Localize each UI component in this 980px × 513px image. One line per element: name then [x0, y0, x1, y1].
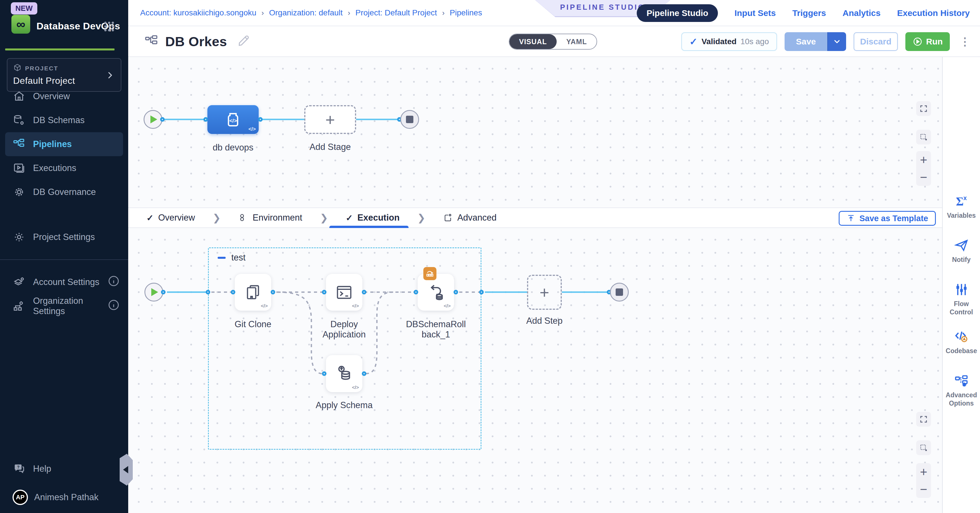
- avatar: AP: [13, 490, 28, 505]
- connector-port[interactable]: [414, 290, 418, 295]
- connector-port[interactable]: [322, 371, 326, 376]
- tool-notify[interactable]: Notify: [943, 238, 980, 264]
- tool-advanced-options[interactable]: Advanced Options: [943, 373, 980, 408]
- validated-label: Validated: [702, 37, 737, 46]
- collapse-group-icon[interactable]: [218, 257, 226, 259]
- pipeline-icon: [144, 34, 159, 49]
- execution-end-node[interactable]: [610, 283, 629, 301]
- save-button[interactable]: Save: [784, 32, 827, 51]
- step-node-git-clone[interactable]: </>: [235, 274, 271, 311]
- zoom-out-button[interactable]: −: [920, 171, 927, 183]
- sidebar-item-executions[interactable]: Executions: [0, 156, 128, 180]
- breadcrumb-account[interactable]: Account: kurosakiichigo.songoku: [140, 8, 256, 18]
- zoom-in-button[interactable]: +: [920, 466, 927, 478]
- tab-environment[interactable]: Environment: [236, 213, 305, 223]
- svg-text:</>: </>: [229, 118, 237, 123]
- sidebar-item-pipelines[interactable]: Pipelines: [5, 132, 123, 156]
- validated-status[interactable]: ✓ Validated 10s ago: [681, 32, 777, 51]
- fullscreen-button[interactable]: [916, 412, 931, 427]
- fullscreen-button[interactable]: [916, 101, 931, 116]
- zoom-controls: + −: [916, 151, 931, 186]
- executions-icon: [13, 162, 25, 175]
- save-as-template-button[interactable]: Save as Template: [839, 211, 936, 226]
- plus-icon: +: [325, 112, 335, 128]
- advanced-options-icon: [954, 373, 969, 388]
- connector-port[interactable]: [231, 290, 235, 295]
- more-options-icon[interactable]: ⋮: [957, 39, 973, 45]
- tab-pipeline-studio[interactable]: Pipeline Studio: [637, 4, 718, 22]
- pipeline-start-node[interactable]: [143, 110, 162, 129]
- tab-input-sets[interactable]: Input Sets: [735, 8, 776, 18]
- app-grid-icon[interactable]: [104, 22, 114, 31]
- connector-port[interactable]: [479, 290, 484, 295]
- run-button[interactable]: Run: [905, 32, 950, 51]
- execution-start-node[interactable]: [145, 283, 163, 301]
- add-step-button[interactable]: +: [527, 275, 562, 310]
- toggle-yaml[interactable]: YAML: [557, 34, 597, 49]
- database-gear-icon: [13, 114, 25, 127]
- toggle-visual[interactable]: VISUAL: [509, 34, 557, 49]
- sidebar-item-project-settings[interactable]: Project Settings: [0, 225, 128, 249]
- tab-advanced[interactable]: Advanced: [441, 213, 499, 223]
- step-node-deploy-application[interactable]: </>: [326, 274, 363, 311]
- chevron-separator: ❯: [320, 212, 328, 223]
- sidebar-item-help[interactable]: ? Help: [0, 456, 128, 482]
- connector-port[interactable]: [362, 371, 366, 376]
- breadcrumb-project[interactable]: Project: Default Project: [356, 8, 437, 18]
- info-icon[interactable]: [107, 298, 120, 314]
- connector-port[interactable]: [160, 117, 165, 122]
- tab-execution-history[interactable]: Execution History: [897, 8, 970, 18]
- stage-tabbar: ✓ Overview ❯ Environment ❯ ✓ Execution ❯: [128, 207, 942, 228]
- pipeline-end-node[interactable]: [400, 110, 419, 129]
- save-dropdown-button[interactable]: [827, 32, 846, 51]
- sidebar-item-db-governance[interactable]: DB Governance: [0, 180, 128, 204]
- discard-button[interactable]: Discard: [854, 32, 898, 51]
- connector-port[interactable]: [206, 290, 210, 295]
- info-icon[interactable]: [107, 274, 120, 290]
- active-tab-underline: [329, 226, 409, 228]
- connector-port[interactable]: [362, 290, 366, 295]
- sidebar-item-organization-settings[interactable]: Organization Settings: [0, 294, 128, 318]
- home-icon: [13, 90, 25, 103]
- step-node-apply-schema[interactable]: </>: [326, 355, 363, 392]
- connector-port[interactable]: [453, 290, 458, 295]
- marquee-select-button[interactable]: [916, 130, 931, 145]
- connector-port[interactable]: [322, 290, 326, 295]
- visual-yaml-toggle[interactable]: VISUAL YAML: [509, 33, 597, 49]
- sidebar-item-account-settings[interactable]: Account Settings: [0, 270, 128, 294]
- stage-canvas[interactable]: </> </> + db devops Add Stage: [128, 57, 942, 207]
- tool-codebase[interactable]: Codebase: [943, 329, 980, 355]
- code-glyph: </>: [444, 303, 451, 309]
- tab-analytics[interactable]: Analytics: [843, 8, 881, 18]
- breadcrumb-pipelines[interactable]: Pipelines: [450, 8, 482, 18]
- zoom-out-button[interactable]: −: [920, 483, 927, 495]
- connector-port[interactable]: [258, 117, 262, 122]
- execution-canvas[interactable]: test </> </>: [128, 228, 942, 513]
- tab-triggers[interactable]: Triggers: [792, 8, 826, 18]
- sidebar-item-db-schemas[interactable]: DB Schemas: [0, 108, 128, 132]
- step-node-dbschemarollback[interactable]: </>: [418, 274, 454, 311]
- stage-node-db-devops[interactable]: </> </>: [207, 105, 259, 134]
- sidebar-item-label: Account Settings: [33, 277, 99, 287]
- tab-execution[interactable]: ✓ Execution: [343, 213, 402, 223]
- project-label: PROJECT: [25, 65, 59, 72]
- add-stage-button[interactable]: +: [304, 105, 356, 134]
- sidebar-user[interactable]: AP Animesh Pathak: [0, 482, 128, 513]
- pipeline-title: DB Orkes: [165, 33, 227, 49]
- zoom-in-button[interactable]: +: [920, 154, 927, 166]
- connector-port[interactable]: [270, 290, 275, 295]
- edit-pencil-icon[interactable]: [236, 33, 251, 49]
- tool-flow-control[interactable]: Flow Control: [943, 282, 980, 316]
- marquee-select-button[interactable]: [916, 440, 931, 455]
- sidebar-collapse-handle[interactable]: [120, 454, 133, 486]
- breadcrumb-organization[interactable]: Organization: default: [269, 8, 342, 18]
- sidebar-divider: [0, 259, 128, 260]
- connector-port[interactable]: [204, 117, 208, 122]
- svg-text:Σ: Σ: [956, 195, 964, 208]
- user-name: Animesh Pathak: [34, 492, 99, 502]
- sidebar-item-overview[interactable]: Overview: [0, 84, 128, 108]
- connector-port[interactable]: [161, 290, 165, 295]
- rollback-badge-icon: [425, 269, 435, 279]
- tool-variables[interactable]: Σx Variables: [943, 194, 980, 220]
- tab-overview[interactable]: ✓ Overview: [144, 213, 197, 223]
